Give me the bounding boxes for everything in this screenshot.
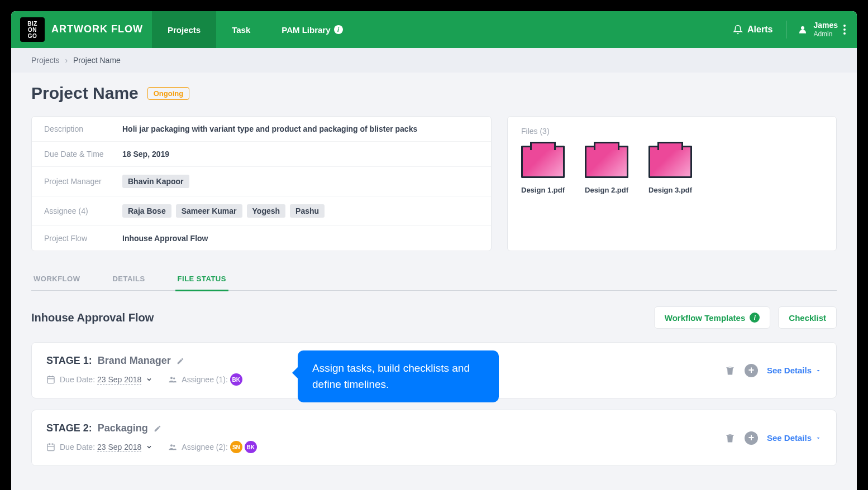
file-item[interactable]: Design 1.pdf [521,146,565,194]
file-name: Design 1.pdf [521,186,565,194]
stage-number: STAGE 2: [46,422,92,434]
user-icon [798,25,808,35]
file-name: Design 2.pdf [585,186,628,194]
top-navbar: BIZ ON GO ARTWORK FLOW Projects Task PAM… [11,11,857,48]
app-name: ARTWORK FLOW [51,24,143,35]
flow-value: Inhouse Approval Flow [122,234,479,243]
file-thumbnail [648,146,692,178]
pm-chip[interactable]: Bhavin Kapoor [122,175,189,188]
page-title: Project Name [31,84,139,103]
assignee-selector[interactable]: Assignee (2):SNBK [168,441,256,453]
flow-title: Inhouse Approval Flow [31,311,154,324]
svg-point-5 [170,377,173,379]
file-name: Design 3.pdf [648,186,692,194]
user-name: James [813,21,838,30]
files-label: Files (3) [521,127,823,136]
info-icon[interactable]: i [334,25,343,34]
tab-workflow[interactable]: WORKFLOW [31,268,82,291]
nav-tab-pam-library[interactable]: PAM Library i [266,11,358,48]
tab-file-status[interactable]: FILE STATUS [175,268,228,291]
tab-details[interactable]: DETAILS [110,268,147,291]
due-date-picker[interactable]: Due Date: 23 Sep 2018 [46,443,152,451]
more-icon[interactable] [843,25,846,35]
calendar-icon [46,375,55,384]
alerts-button[interactable]: Alerts [733,25,772,35]
files-panel: Files (3) Design 1.pdfDesign 2.pdfDesign… [507,116,837,251]
due-date-picker[interactable]: Due Date: 23 Sep 2018 [46,375,152,384]
people-icon [168,443,177,451]
avatar[interactable]: BK [230,373,242,386]
tooltip: Assign tasks, build checklists and defin… [298,350,499,402]
status-badge: Ongoing [147,87,189,100]
calendar-icon [46,443,55,451]
caret-down-icon [815,435,822,441]
nav-tab-projects[interactable]: Projects [152,11,216,48]
info-icon: i [750,313,760,323]
trash-icon[interactable] [724,433,736,444]
assignee-selector[interactable]: Assignee (1):BK [168,373,242,386]
bell-icon [733,25,743,35]
nav-tab-task[interactable]: Task [216,11,266,48]
assignee-chip[interactable]: Yogesh [247,204,286,218]
description-label: Description [44,124,122,133]
due-date-value: 18 Sep, 2019 [122,150,479,158]
assignee-chip[interactable]: Sameer Kumar [176,204,242,218]
assignee-chip[interactable]: Pashu [290,204,325,218]
user-role: Admin [813,30,838,38]
stage-name: Brand Manager [98,355,171,367]
checklist-button[interactable]: Checklist [778,306,837,329]
see-details-button[interactable]: See Details [767,366,822,375]
file-thumbnail [585,146,628,178]
file-thumbnail [521,146,565,178]
caret-down-icon [815,367,822,374]
file-item[interactable]: Design 3.pdf [648,146,692,194]
stage-number: STAGE 1: [46,355,92,367]
assignee-label: Assignee (4) [44,206,122,215]
due-date-label: Due Date & Time [44,150,122,158]
chevron-down-icon [146,444,152,450]
svg-point-0 [801,26,804,30]
stage-card: STAGE 2: PackagingDue Date: 23 Sep 2018A… [31,410,837,466]
svg-point-11 [170,444,173,446]
pm-label: Project Manager [44,177,122,186]
chevron-down-icon [146,376,152,383]
bizongo-logo: BIZ ON GO [20,17,45,42]
svg-point-12 [173,445,175,446]
trash-icon[interactable] [724,365,736,376]
project-details-panel: Description Holi jar packaging with vari… [31,116,492,251]
flow-label: Project Flow [44,234,122,243]
breadcrumb-current: Project Name [73,56,121,65]
file-item[interactable]: Design 2.pdf [585,146,628,194]
svg-rect-7 [47,444,54,451]
add-button[interactable]: + [745,364,758,377]
edit-icon[interactable] [177,357,184,365]
avatar[interactable]: BK [245,441,257,453]
svg-point-6 [173,377,175,379]
svg-rect-1 [47,377,54,383]
workflow-templates-button[interactable]: Workflow Templates i [654,306,770,329]
see-details-button[interactable]: See Details [767,433,822,443]
user-menu[interactable]: James Admin [786,21,846,38]
description-value: Holi jar packaging with variant type and… [122,124,479,133]
breadcrumb-root[interactable]: Projects [31,56,60,65]
breadcrumb: Projects › Project Name [11,48,857,73]
people-icon [168,375,177,384]
stage-card: Assign tasks, build checklists and defin… [31,342,837,398]
add-button[interactable]: + [745,431,758,445]
edit-icon[interactable] [154,425,161,433]
stage-name: Packaging [98,422,148,434]
avatar[interactable]: SN [230,441,242,453]
assignee-chip[interactable]: Raja Bose [122,204,171,218]
